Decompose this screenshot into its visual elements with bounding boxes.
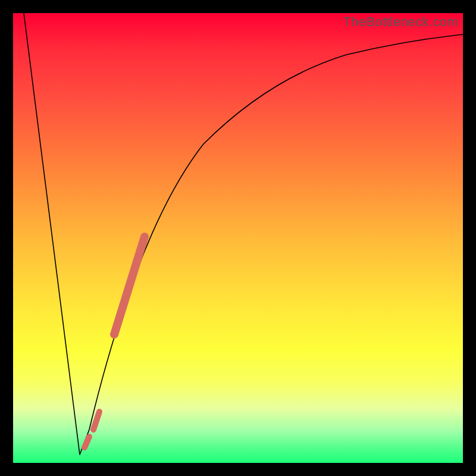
bottleneck-curve — [13, 13, 463, 463]
chart-frame: TheBottleneck.com — [0, 0, 476, 476]
highlight-segment-main — [114, 237, 145, 334]
watermark-text: TheBottleneck.com — [343, 14, 458, 30]
plot-area: TheBottleneck.com — [13, 13, 463, 463]
curve-path — [24, 13, 463, 455]
